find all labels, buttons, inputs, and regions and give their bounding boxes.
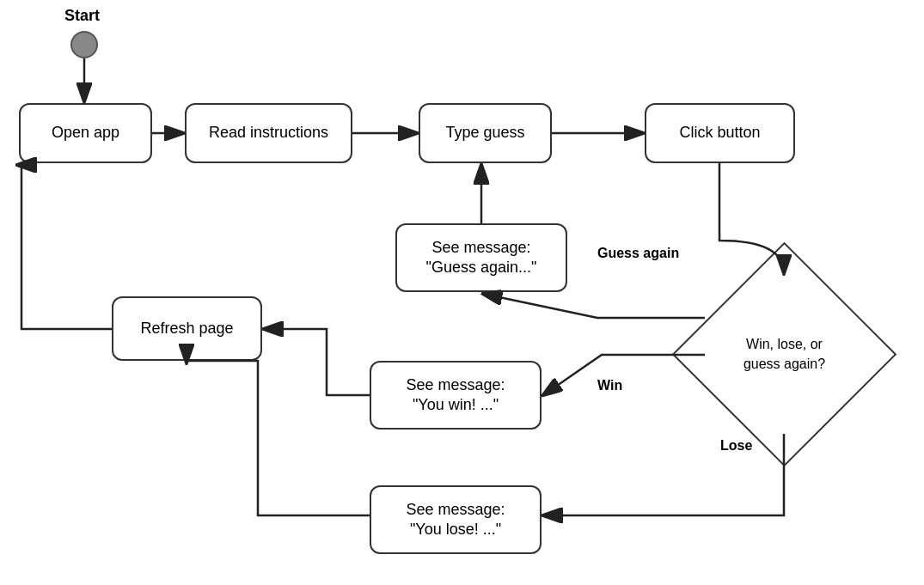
see-guess-again-node: See message: "Guess again..." [395,223,567,292]
read-instructions-label: Read instructions [209,123,328,143]
flowchart: Start Open app Read instructions Type gu… [0,0,924,585]
start-label: Start [64,7,100,25]
click-button-node: Click button [645,103,795,163]
win-label: Win [597,378,622,393]
decision-label: Win, lose, or guess again? [743,335,825,374]
refresh-page-node: Refresh page [112,296,262,361]
decision-node: Win, lose, or guess again? [705,275,864,434]
refresh-page-label: Refresh page [140,319,233,338]
see-you-lose-node: See message: "You lose! ..." [370,485,542,554]
see-you-lose-label: See message: "You lose! ..." [406,500,505,540]
type-guess-node: Type guess [419,103,552,163]
click-button-label: Click button [679,123,760,143]
start-circle [70,31,98,58]
guess-again-label: Guess again [597,246,679,261]
open-app-label: Open app [52,123,119,143]
see-you-win-label: See message: "You win! ..." [406,375,505,416]
see-you-win-node: See message: "You win! ..." [370,361,542,430]
open-app-node: Open app [19,103,152,163]
type-guess-label: Type guess [445,123,524,143]
see-guess-again-label: See message: "Guess again..." [426,238,537,278]
read-instructions-node: Read instructions [185,103,352,163]
lose-label: Lose [720,438,752,454]
